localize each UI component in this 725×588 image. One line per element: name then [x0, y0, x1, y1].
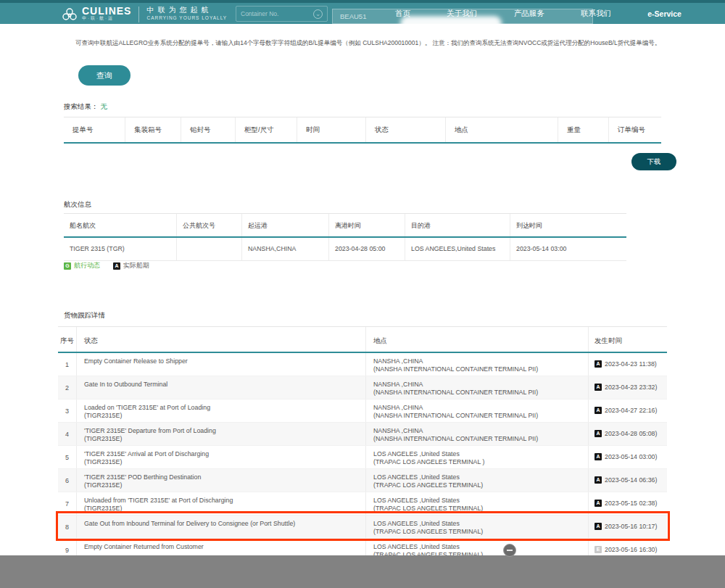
ghost-select-label: Container No. — [241, 10, 278, 17]
culines-clover-icon — [61, 7, 78, 27]
row-time: 2023-04-23 11:38) — [605, 360, 657, 368]
sailing-status-label[interactable]: 航行动态 — [74, 261, 100, 270]
col-status: 状态 — [77, 327, 366, 352]
search-results-line: 搜索结果：无 — [64, 102, 107, 112]
download-results-button[interactable]: 下载 — [631, 153, 676, 170]
row-status: 'TIGER 2315E' Arrival at Port of Dischar… — [84, 450, 365, 458]
col-occur-time: 发生时间 — [589, 327, 667, 352]
row-loc2: (TRAPAC LOS ANGELES TERMINAL) — [373, 481, 588, 489]
table-row: 4 'TIGER 2315E' Departure from Port of L… — [58, 423, 667, 446]
voyage-table: 船名航次 公共航次号 起运港 离港时间 目的港 到达时间 TIGER 2315 … — [64, 213, 626, 261]
etd: 2023-04-28 05:00 — [329, 238, 405, 260]
query-button[interactable]: 查询 — [78, 65, 130, 86]
row-status2: (TIGR2315E) — [84, 481, 365, 489]
row-time: 2023-05-16 16:30) — [605, 546, 657, 553]
col-order-no: 订单编号 — [609, 117, 661, 142]
row-no: 1 — [58, 353, 77, 376]
col-vessel-voyage: 船名航次 — [64, 214, 177, 236]
row-loc2: (TRAPAC LOS ANGELES TERMINAL ) — [373, 458, 588, 466]
row-no: 4 — [58, 423, 77, 445]
col-no: 序号 — [58, 327, 77, 352]
tracking-table-header: 序号 状态 地点 发生时间 — [58, 326, 667, 353]
row-time: 2023-04-23 23:32) — [605, 384, 657, 391]
col-pod: 目的港 — [405, 214, 510, 236]
row-no: 7 — [58, 492, 77, 515]
row-status: Empty Container Returned from Customer — [84, 543, 365, 551]
col-bl-no: 提单号 — [64, 117, 125, 142]
col-etd: 离港时间 — [329, 214, 405, 236]
row-time: 2023-05-14 06:36) — [605, 476, 657, 484]
row-loc1: NANSHA ,CHINA — [373, 427, 588, 435]
voyage-table-header: 船名航次 公共航次号 起运港 离港时间 目的港 到达时间 — [64, 213, 626, 238]
col-common-voyage: 公共航次号 — [177, 214, 242, 236]
col-weight: 重量 — [558, 117, 609, 142]
table-row: 2 Gate In to Outbound Terminal NANSHA ,C… — [58, 376, 667, 399]
row-status2: (TIGR2315E) — [84, 435, 365, 443]
table-row: 3 Loaded on 'TIGER 2315E' at Port of Loa… — [58, 399, 667, 423]
col-location: 地点 — [366, 327, 589, 352]
row-loc2: (NANSHA INTERNATIONAL CONTAINER TERMINAL… — [373, 389, 588, 397]
row-loc1: NANSHA ,CHINA — [373, 357, 588, 365]
tracking-table: 序号 状态 地点 发生时间 1 Empty Container Release … — [58, 326, 667, 562]
row-time: 2023-04-27 22:16) — [605, 407, 657, 414]
row-status: Gate Out from Inbound Terminal for Deliv… — [84, 520, 365, 528]
sailing-status-badge-icon: G — [64, 262, 71, 270]
brand-sub: 中·联·航·运 — [82, 16, 131, 21]
ghost-container-no-select: Container No. ⌄ — [236, 6, 328, 22]
row-time: 2023-05-14 03:00) — [605, 453, 657, 460]
actual-badge-icon: A — [594, 407, 602, 414]
actual-badge-icon: A — [594, 523, 602, 530]
bottom-toolbar: 示船期 * 灰色代表预计船期，可能会调整 搜索 货物跟踪 港口船期 船舶动态 — [0, 555, 725, 588]
col-seal-no: 铅封号 — [181, 117, 236, 142]
logo[interactable]: CULINES 中·联·航·运 中联为您起航 CARRYING YOURS LO… — [61, 6, 227, 27]
collapse-toolbar-button[interactable] — [503, 544, 516, 557]
row-loc2: (NANSHA INTERNATIONAL CONTAINER TERMINAL… — [373, 412, 588, 420]
chevron-down-icon: ⌄ — [313, 9, 323, 19]
row-loc1: LOS ANGELES ,United States — [373, 543, 588, 551]
row-status2: (TIGR2315E) — [84, 505, 365, 513]
row-time: 2023-05-16 10:17) — [605, 523, 657, 530]
row-status2: (TIGR2315E) — [84, 458, 365, 466]
nav-eservice[interactable]: e-Service — [647, 9, 682, 18]
row-loc1: NANSHA ,CHINA — [373, 404, 588, 412]
brand-name: CULINES — [82, 6, 131, 16]
row-time: 2023-04-28 05:08) — [605, 430, 657, 437]
row-loc2: (NANSHA INTERNATIONAL CONTAINER TERMINAL… — [373, 365, 588, 373]
search-results-value: 无 — [101, 102, 108, 110]
slogan-cn: 中联为您起航 — [146, 6, 227, 15]
actual-badge-icon: A — [594, 430, 602, 437]
row-loc2: (NANSHA INTERNATIONAL CONTAINER TERMINAL… — [373, 435, 588, 443]
row-status: Gate In to Outbound Terminal — [84, 381, 365, 389]
table-row: 5 'TIGER 2315E' Arrival at Port of Disch… — [58, 446, 667, 469]
actual-badge-icon: A — [594, 360, 602, 368]
row-loc2: (TRAPAC LOS ANGELES TERMINAL) — [373, 505, 588, 513]
search-results-label: 搜索结果： — [64, 102, 99, 110]
row-no: 5 — [58, 446, 77, 468]
vessel-voyage: TIGER 2315 (TGR) — [64, 238, 177, 260]
slogan-en: CARRYING YOURS LOYALLY — [146, 15, 227, 21]
col-type-size: 柜型/尺寸 — [236, 117, 297, 142]
col-location: 地点 — [446, 117, 558, 142]
estimated-badge-icon: E — [594, 546, 602, 553]
eta: 2023-05-14 03:00 — [510, 238, 626, 260]
tracking-section-title: 货物跟踪详情 — [64, 311, 105, 320]
voyage-section-title: 航次信息 — [64, 200, 91, 210]
row-loc1: NANSHA ,CHINA — [373, 381, 588, 389]
row-no: 8 — [58, 515, 77, 538]
col-eta: 到达时间 — [510, 214, 626, 236]
actual-badge-icon: A — [594, 453, 602, 460]
row-no: 2 — [58, 376, 77, 399]
row-loc1: LOS ANGELES ,United States — [373, 497, 588, 505]
row-loc1: LOS ANGELES ,United States — [373, 520, 588, 528]
actual-badge-icon: A — [594, 500, 602, 507]
row-status2: (TIGR2315E) — [84, 412, 365, 420]
actual-badge-icon: A — [594, 384, 602, 391]
bl-query-instruction: 可查询中联航运ALLEGRO业务系统分配的提单号，请输入由14个字母数字字符组成… — [75, 39, 663, 48]
row-status: 'TIGER 2315E' Departure from Port of Loa… — [84, 427, 365, 435]
common-voyage — [177, 238, 242, 260]
col-time: 时间 — [297, 117, 366, 142]
row-loc1: LOS ANGELES ,United States — [373, 473, 588, 481]
col-status: 状态 — [366, 117, 446, 142]
row-loc2: (TRAPAC LOS ANGELES TERMINAL) — [373, 528, 588, 536]
actual-badge-icon: A — [594, 476, 602, 484]
